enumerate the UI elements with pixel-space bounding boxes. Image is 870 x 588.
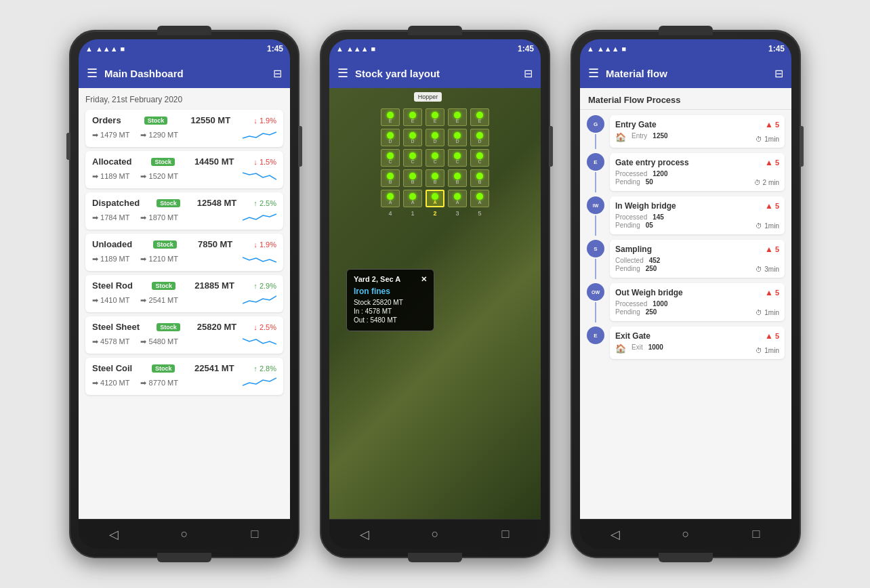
unloaded-row[interactable]: Unloaded Stock 7850 MT ↓ 1.9% ➡ 1189 MT … bbox=[85, 234, 283, 271]
battery-icon: ■ bbox=[121, 45, 125, 53]
recent-button[interactable]: □ bbox=[238, 520, 272, 549]
cell-dot-a1 bbox=[387, 193, 394, 200]
entry-gate-time-val: 1min bbox=[764, 135, 779, 143]
in-weigh-title: In Weigh bridge bbox=[615, 201, 676, 211]
popup-close[interactable]: ✕ bbox=[421, 275, 427, 284]
orders-change: ↓ 1.9% bbox=[253, 117, 276, 125]
power-button bbox=[298, 126, 302, 167]
menu-icon[interactable]: ☰ bbox=[87, 66, 98, 81]
in-weigh-pending-val: 05 bbox=[646, 222, 653, 229]
sampling-time: ⏱ 3min bbox=[755, 266, 779, 273]
bottom-bumper-2 bbox=[408, 553, 462, 562]
card-gate-process[interactable]: Gate entry process ▲ 5 Processed bbox=[610, 153, 785, 191]
stockyard-screen[interactable]: E E E E bbox=[329, 88, 541, 519]
cell-dot-d5 bbox=[476, 132, 483, 139]
clock-icon-6: ⏱ bbox=[755, 347, 762, 354]
entry-gate-title: Entry Gate bbox=[615, 120, 657, 129]
out-weigh-alert: ▲ 5 bbox=[765, 288, 779, 297]
cell-b5: B bbox=[470, 169, 489, 187]
steelrod-sub1: ➡ 1410 MT bbox=[92, 296, 129, 305]
home-button-3[interactable]: ○ bbox=[669, 520, 703, 549]
filter-icon[interactable]: ⊟ bbox=[273, 67, 282, 80]
sampling-collected-val: 452 bbox=[649, 257, 661, 264]
recent-button-2[interactable]: □ bbox=[489, 520, 522, 549]
cell-dot-c1 bbox=[387, 152, 394, 159]
node-entry-gate: G bbox=[587, 115, 604, 150]
cell-a2: A bbox=[403, 190, 422, 207]
exit-gate-stats: 🏠 Exit 1000 bbox=[615, 343, 663, 354]
back-button-3[interactable]: ◁ bbox=[598, 520, 632, 549]
cell-dot-d4 bbox=[454, 132, 461, 139]
steelcoil-row[interactable]: Steel Coil Stock 22541 MT ↑ 2.8% ➡ 4120 … bbox=[85, 358, 283, 395]
popup-stock-row: Stock 25820 MT bbox=[354, 299, 427, 306]
steelcoil-sparkline bbox=[243, 376, 276, 390]
steelcoil-badge: Stock bbox=[152, 364, 175, 373]
volume-button bbox=[66, 133, 70, 160]
dispatched-change: ↑ 2.5% bbox=[253, 199, 276, 207]
clock-icon-2: ⏱ bbox=[754, 179, 761, 186]
cell-b3: B bbox=[426, 169, 444, 187]
card-out-weigh[interactable]: Out Weigh bridge ▲ 5 Processed bbox=[610, 283, 785, 321]
filter-icon-2[interactable]: ⊟ bbox=[524, 67, 533, 80]
in-weigh-stats: Processed 145 Pending 05 bbox=[615, 213, 664, 230]
card-sampling[interactable]: Sampling ▲ 5 Collected 4 bbox=[610, 240, 785, 278]
orders-badge: Stock bbox=[144, 117, 168, 125]
cell-dot-5 bbox=[476, 112, 483, 119]
gate-process-alert: ▲ 5 bbox=[765, 158, 779, 167]
app-bar: ☰ Main Dashboard ⊟ bbox=[79, 58, 290, 88]
allocated-value: 14450 MT bbox=[194, 156, 234, 167]
dispatched-row[interactable]: Dispatched Stock 12548 MT ↑ 2.5% ➡ 1784 … bbox=[85, 192, 283, 230]
status-bar-2: ▲ ▲▲▲ ■ 1:45 bbox=[329, 39, 541, 58]
cell-d1: D bbox=[381, 129, 400, 146]
popup-in-val: In : 4578 MT bbox=[354, 308, 392, 315]
unloaded-badge: Stock bbox=[153, 240, 177, 249]
card-exit-gate[interactable]: Exit Gate ▲ 5 🏠 Exit bbox=[610, 327, 785, 359]
recent-button-3[interactable]: □ bbox=[739, 520, 773, 549]
card-in-weigh[interactable]: In Weigh bridge ▲ 5 Processed bbox=[610, 196, 785, 234]
allocated-row[interactable]: Allocated Stock 14450 MT ↓ 1.5% ➡ 1189 M… bbox=[85, 151, 283, 188]
dashboard-screen: Friday, 21st February 2020 Orders Stock … bbox=[79, 88, 290, 519]
home-button-2[interactable]: ○ bbox=[418, 520, 452, 549]
card-entry-gate[interactable]: Entry Gate ▲ 5 🏠 Entry bbox=[610, 115, 785, 148]
exit-gate-title: Exit Gate bbox=[615, 331, 650, 341]
allocated-title: Allocated bbox=[92, 156, 132, 167]
node-line-3 bbox=[595, 215, 596, 236]
steelcoil-change: ↑ 2.8% bbox=[253, 364, 276, 373]
steelsheet-sub2: ➡ 5480 MT bbox=[140, 337, 178, 346]
cell-dot-c2 bbox=[409, 152, 416, 159]
map-rows: E E E E bbox=[336, 108, 534, 217]
filter-icon-3[interactable]: ⊟ bbox=[774, 67, 783, 80]
nav-bar-3: ◁ ○ □ bbox=[580, 519, 791, 549]
exit-gate-alert-num: 5 bbox=[775, 332, 779, 340]
timeline-out-weigh: OW Out Weigh bridge ▲ 5 bbox=[587, 283, 785, 324]
popup-material-name: Iron fines bbox=[354, 287, 427, 296]
steelrod-row[interactable]: Steel Rod Stock 21885 MT ↑ 2.9% ➡ 1410 M… bbox=[85, 275, 283, 312]
back-button-2[interactable]: ◁ bbox=[348, 520, 381, 549]
orders-row[interactable]: Orders Stock 12550 MT ↓ 1.9% ➡ 1479 MT ➡… bbox=[85, 110, 283, 147]
exit-gate-icon: 🏠 bbox=[615, 343, 626, 354]
cell-dot-b4 bbox=[454, 173, 461, 180]
status-bar: ▲ ▲▲▲ ■ 1:45 bbox=[79, 39, 290, 58]
cell-dot-c4 bbox=[454, 152, 461, 159]
back-button[interactable]: ◁ bbox=[97, 520, 131, 549]
alert-triangle-5: ▲ bbox=[765, 288, 773, 297]
cell-d3: D bbox=[426, 129, 444, 146]
sampling-alert: ▲ 5 bbox=[765, 245, 779, 254]
home-button[interactable]: ○ bbox=[167, 520, 201, 549]
gate-process-pending-val: 50 bbox=[646, 178, 653, 186]
steelsheet-row[interactable]: Steel Sheet Stock 25820 MT ↓ 2.5% ➡ 4578… bbox=[85, 316, 283, 354]
signal-icon: ▲▲▲ bbox=[96, 45, 118, 53]
steelsheet-sparkline bbox=[243, 335, 276, 348]
exit-gate-time-val: 1min bbox=[764, 347, 779, 354]
node-circle-e1: E bbox=[587, 153, 604, 171]
cell-a3-selected[interactable]: A bbox=[426, 190, 444, 207]
menu-icon-3[interactable]: ☰ bbox=[588, 66, 599, 81]
menu-icon-2[interactable]: ☰ bbox=[337, 66, 348, 81]
yard-popup[interactable]: Yard 2, Sec A ✕ Iron fines Stock 25820 M… bbox=[346, 269, 434, 331]
sampling-stats: Collected 452 Pending 250 bbox=[615, 257, 660, 273]
timeline-exit-gate: E Exit Gate ▲ 5 bbox=[587, 327, 785, 362]
cell-c5: C bbox=[470, 149, 489, 167]
popup-stock-label: Stock 25820 MT bbox=[354, 299, 403, 306]
cell-dot bbox=[387, 112, 394, 119]
power-button-3 bbox=[800, 126, 804, 167]
